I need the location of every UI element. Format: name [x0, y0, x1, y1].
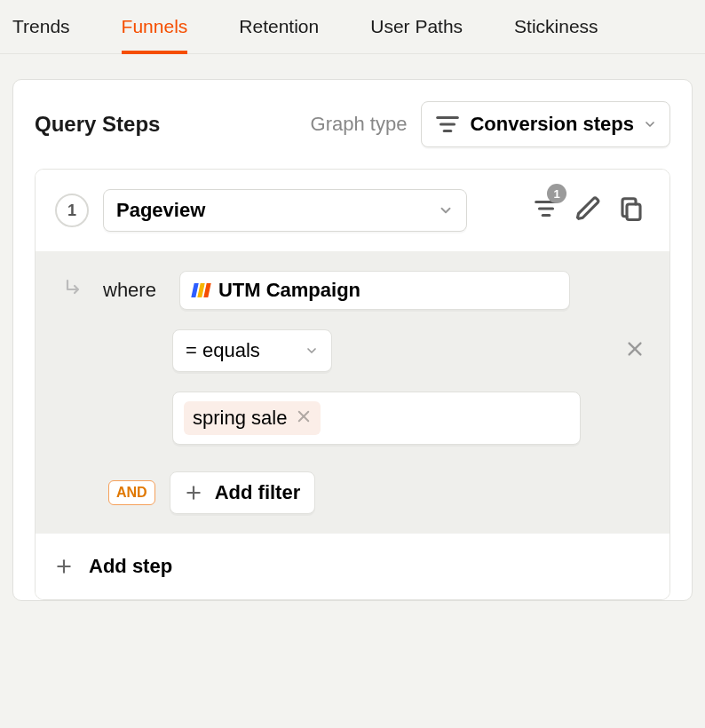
event-select[interactable]: Pageview	[103, 189, 467, 232]
where-row: where UTM Campaign	[64, 271, 650, 310]
and-badge: AND	[108, 480, 155, 505]
copy-icon	[618, 195, 645, 222]
tab-funnels[interactable]: Funnels	[122, 9, 188, 53]
plus-icon	[185, 484, 202, 502]
card-header: Query Steps Graph type Conversion steps	[35, 101, 670, 147]
query-steps-card: Query Steps Graph type Conversion steps …	[12, 79, 693, 601]
property-type-icon	[193, 283, 210, 297]
rename-button[interactable]	[575, 195, 602, 226]
event-name: Pageview	[116, 199, 205, 222]
filter-area: where UTM Campaign = equals	[36, 251, 669, 534]
tab-user-paths[interactable]: User Paths	[370, 9, 463, 53]
chevron-down-icon	[643, 117, 657, 131]
chevron-down-icon	[438, 202, 454, 218]
property-select[interactable]: UTM Campaign	[179, 271, 570, 310]
chevron-down-icon	[305, 344, 319, 358]
filter-value-chip: spring sale	[184, 401, 321, 435]
add-step-label: Add step	[89, 555, 172, 578]
plus-icon	[55, 558, 73, 575]
add-filter-label: Add filter	[215, 481, 301, 504]
svg-rect-6	[627, 204, 640, 220]
operator-row: = equals	[64, 329, 650, 372]
filter-value-input[interactable]: spring sale	[172, 392, 581, 445]
step-actions: 1	[533, 195, 645, 226]
operator-select[interactable]: = equals	[172, 329, 332, 372]
filter-count-badge: 1	[547, 184, 566, 203]
steps-container: 1 Pageview 1	[35, 169, 670, 600]
tab-stickiness[interactable]: Stickiness	[514, 9, 598, 53]
filter-value-text: spring sale	[193, 407, 287, 430]
duplicate-button[interactable]	[618, 195, 645, 226]
where-label: where	[103, 279, 156, 302]
close-icon	[625, 339, 645, 359]
add-filter-button[interactable]: Add filter	[170, 471, 316, 514]
header-right: Graph type Conversion steps	[311, 101, 670, 147]
graph-type-label: Graph type	[311, 113, 408, 136]
card-title: Query Steps	[35, 112, 160, 137]
pencil-icon	[575, 195, 602, 222]
operator-value: = equals	[186, 339, 260, 362]
subfilter-arrow-icon	[64, 277, 85, 304]
remove-filter-button[interactable]	[625, 339, 645, 362]
graph-type-select[interactable]: Conversion steps	[421, 101, 670, 147]
add-step-button[interactable]: Add step	[36, 534, 669, 599]
conversion-steps-icon	[434, 111, 461, 138]
tab-trends[interactable]: Trends	[12, 9, 70, 53]
value-row: spring sale	[64, 392, 650, 445]
step-row-1: 1 Pageview 1	[36, 170, 669, 251]
property-name: UTM Campaign	[218, 279, 360, 302]
step-number-badge: 1	[55, 194, 89, 227]
add-filter-row: AND Add filter	[64, 471, 650, 514]
remove-chip-button[interactable]	[296, 407, 312, 430]
tabs-bar: Trends Funnels Retention User Paths Stic…	[0, 0, 705, 54]
graph-type-value: Conversion steps	[470, 113, 634, 136]
tab-retention[interactable]: Retention	[239, 9, 319, 53]
filter-button[interactable]: 1	[533, 195, 559, 226]
close-icon	[296, 408, 312, 424]
